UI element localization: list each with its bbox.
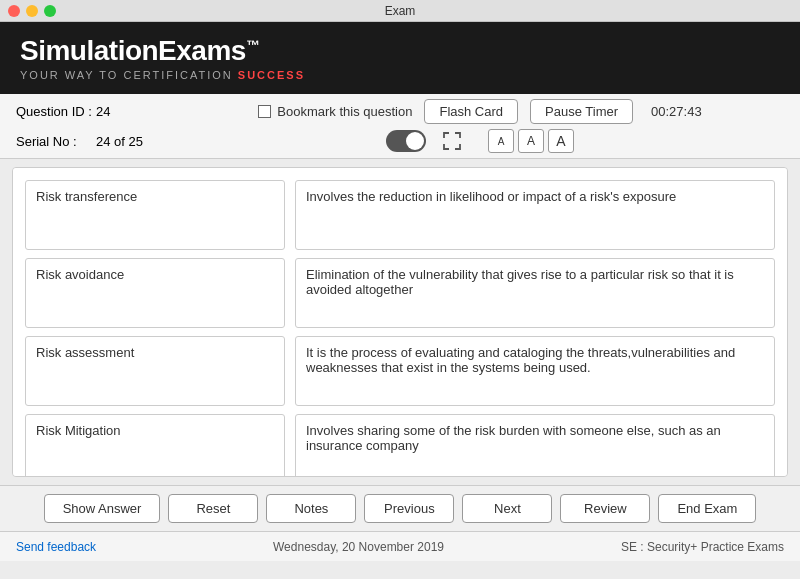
serial-no-label: Serial No : <box>16 134 96 149</box>
main-content: Risk transferenceInvolves the reduction … <box>12 167 788 477</box>
flashcard-button[interactable]: Flash Card <box>424 99 518 124</box>
flashcard-row: Risk MitigationInvolves sharing some of … <box>25 414 775 477</box>
card-term: Risk avoidance <box>25 258 285 328</box>
footer-exam: SE : Security+ Practice Exams <box>621 540 784 554</box>
reset-button[interactable]: Reset <box>168 494 258 523</box>
font-small-button[interactable]: A <box>488 129 514 153</box>
timer-display: 00:27:43 <box>651 104 702 119</box>
next-button[interactable]: Next <box>462 494 552 523</box>
brand-group: SimulationExams™ YOUR WAY TO CERTIFICATI… <box>20 35 305 81</box>
title-bar: Exam <box>0 0 800 22</box>
window-controls[interactable] <box>8 5 56 17</box>
bookmark-area[interactable]: Bookmark this question <box>258 104 412 119</box>
font-large-button[interactable]: A <box>548 129 574 153</box>
window-title: Exam <box>385 4 416 18</box>
close-button[interactable] <box>8 5 20 17</box>
info-bar: Question ID : 24 Bookmark this question … <box>0 94 800 159</box>
pause-button[interactable]: Pause Timer <box>530 99 633 124</box>
toggle-switch[interactable] <box>386 130 426 152</box>
info-center-bottom: A A A <box>176 129 784 153</box>
flashcard-grid: Risk transferenceInvolves the reduction … <box>25 180 775 477</box>
send-feedback-link[interactable]: Send feedback <box>16 540 96 554</box>
bookmark-label: Bookmark this question <box>277 104 412 119</box>
card-definition: It is the process of evaluating and cata… <box>295 336 775 406</box>
question-id-value: 24 <box>96 104 110 119</box>
card-definition: Elimination of the vulnerability that gi… <box>295 258 775 328</box>
fullscreen-icon[interactable] <box>442 131 462 151</box>
card-term: Risk Mitigation <box>25 414 285 477</box>
minimize-button[interactable] <box>26 5 38 17</box>
card-term: Risk transference <box>25 180 285 250</box>
review-button[interactable]: Review <box>560 494 650 523</box>
footer-bar: Send feedback Wednesday, 20 November 201… <box>0 531 800 561</box>
bookmark-checkbox[interactable] <box>258 105 271 118</box>
brand-name: SimulationExams™ <box>20 35 305 67</box>
info-row-1: Question ID : 24 Bookmark this question … <box>16 99 784 124</box>
font-medium-button[interactable]: A <box>518 129 544 153</box>
brand-tagline: YOUR WAY TO CERTIFICATION SUCCESS <box>20 69 305 81</box>
toggle-knob <box>406 132 424 150</box>
flashcard-row: Risk assessmentIt is the process of eval… <box>25 336 775 406</box>
serial-no-value: 24 of 25 <box>96 134 143 149</box>
notes-button[interactable]: Notes <box>266 494 356 523</box>
question-id-group: Question ID : 24 <box>16 104 176 119</box>
serial-no-group: Serial No : 24 of 25 <box>16 134 176 149</box>
show-answer-button[interactable]: Show Answer <box>44 494 161 523</box>
question-id-label: Question ID : <box>16 104 96 119</box>
info-row-2: Serial No : 24 of 25 A A A <box>16 129 784 153</box>
font-size-buttons[interactable]: A A A <box>488 129 574 153</box>
card-term: Risk assessment <box>25 336 285 406</box>
card-definition: Involves sharing some of the risk burden… <box>295 414 775 477</box>
end-exam-button[interactable]: End Exam <box>658 494 756 523</box>
card-definition: Involves the reduction in likelihood or … <box>295 180 775 250</box>
flashcard-row: Risk transferenceInvolves the reduction … <box>25 180 775 250</box>
flashcard-row: Risk avoidanceElimination of the vulnera… <box>25 258 775 328</box>
info-center-top: Bookmark this question Flash Card Pause … <box>176 99 784 124</box>
footer-date: Wednesday, 20 November 2019 <box>273 540 444 554</box>
bottom-bar: Show Answer Reset Notes Previous Next Re… <box>0 485 800 531</box>
maximize-button[interactable] <box>44 5 56 17</box>
previous-button[interactable]: Previous <box>364 494 454 523</box>
brand-bar: SimulationExams™ YOUR WAY TO CERTIFICATI… <box>0 22 800 94</box>
